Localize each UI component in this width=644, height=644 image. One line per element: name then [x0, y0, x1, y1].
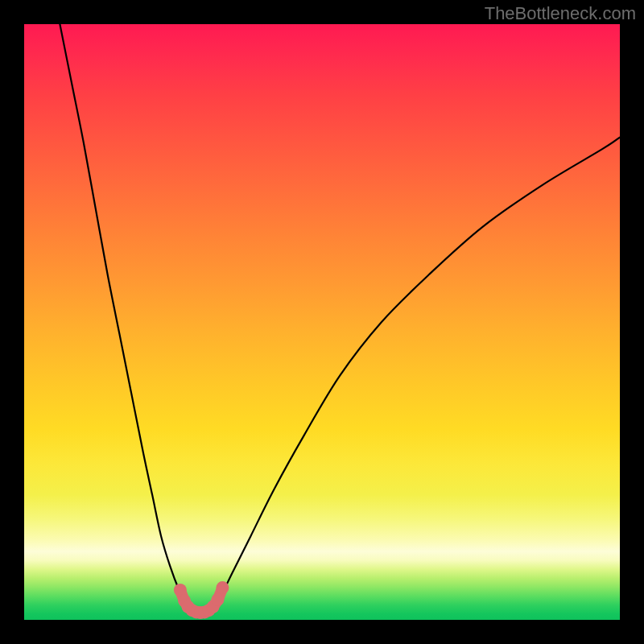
optimal-dot	[212, 593, 225, 606]
chart-frame: TheBottleneck.com	[0, 0, 644, 644]
bottleneck-curve-right	[212, 138, 620, 609]
series-layer	[60, 24, 620, 619]
chart-svg	[24, 24, 620, 620]
watermark-text: TheBottleneck.com	[485, 3, 636, 24]
bottleneck-curve-left	[60, 24, 189, 608]
plot-area	[24, 24, 620, 620]
optimal-dot	[216, 581, 229, 594]
